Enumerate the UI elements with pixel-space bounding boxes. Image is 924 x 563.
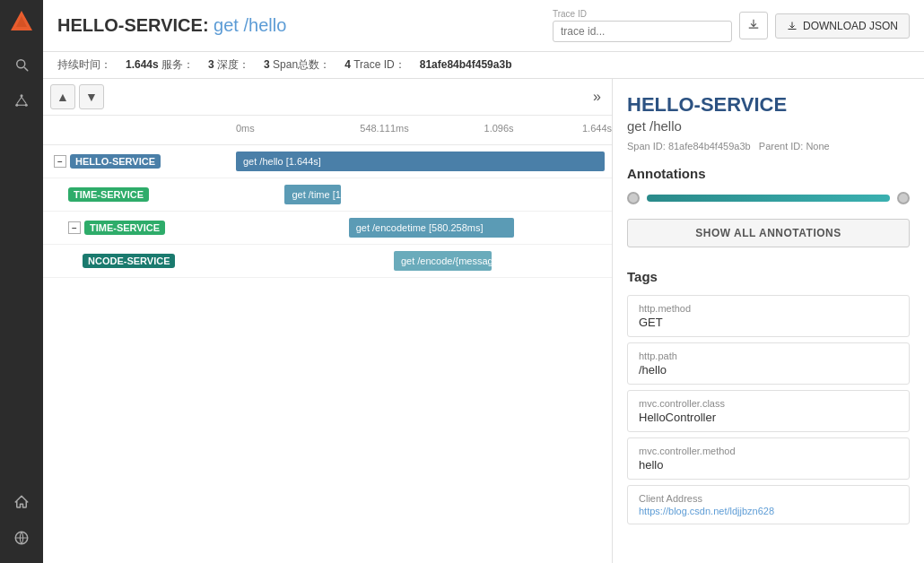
span-bar-time2[interactable]: get /encodetime [580.258ms] <box>349 218 514 238</box>
services-label: 服务： <box>161 58 194 71</box>
services-value: 3 <box>208 58 214 71</box>
search-icon[interactable] <box>7 50 36 79</box>
tag-value-mvc-controller-class: HelloController <box>639 411 898 424</box>
row-label-hello: − HELLO-SERVICE <box>43 151 236 172</box>
depth-label: 深度： <box>217 58 249 71</box>
tag-item-client-address: Client Address https://blog.csdn.net/ldj… <box>627 485 910 524</box>
trace-id-input[interactable] <box>553 21 732 42</box>
annotation-slider <box>627 192 910 204</box>
tag-item-http-path: http.path /hello <box>627 342 910 385</box>
table-row: NCODE-SERVICE get /encode/{message} [215… <box>43 245 612 278</box>
tag-key-mvc-controller-class: mvc.controller.class <box>639 398 898 409</box>
row-bars-encode: get /encode/{message} [215.650ms] <box>236 245 612 277</box>
tick-3: 1.644s <box>582 123 612 134</box>
span-label-hello: get /hello [1.644s] <box>243 156 321 167</box>
trace-value: 81afe84b4f459a3b <box>420 58 512 71</box>
expand-toggle-hello[interactable]: − <box>54 155 66 168</box>
page-title: HELLO-SERVICE: get /hello <box>57 15 286 36</box>
row-bars-hello: get /hello [1.644s] <box>236 145 612 178</box>
topology-icon[interactable] <box>7 86 36 115</box>
svg-point-2 <box>21 94 23 97</box>
sub-header: 持续时间：1.644s 服务：3 深度：3 Span总数：4 Trace ID：… <box>43 52 924 79</box>
tag-value-http-path: /hello <box>639 363 898 377</box>
tick-0: 0ms <box>236 123 255 134</box>
row-label-encode: NCODE-SERVICE <box>43 250 236 272</box>
expand-button[interactable]: » <box>589 85 605 108</box>
header: HELLO-SERVICE: get /hello Trace ID DOWNL… <box>43 0 924 52</box>
spans-value: 4 <box>344 58 351 71</box>
slider-track[interactable] <box>647 195 890 202</box>
detail-path: get /hello <box>627 118 910 134</box>
download-icon-button[interactable] <box>739 12 768 39</box>
detail-service-name: HELLO-SERVICE <box>627 93 910 117</box>
sidebar-bottom <box>7 488 36 563</box>
timeline-header: 0ms 548.111ms 1.096s 1.644s <box>43 116 612 145</box>
service-badge-time1[interactable]: TIME-SERVICE <box>68 187 149 202</box>
service-badge-time2[interactable]: TIME-SERVICE <box>84 221 165 235</box>
home-icon[interactable] <box>7 488 36 516</box>
header-right: Trace ID DOWNLOAD JSON <box>553 9 910 42</box>
row-bars-time1: get /time [104.878ms] <box>236 178 612 211</box>
tags-section: Tags http.method GET http.path /hello mv… <box>627 269 910 524</box>
table-row: − HELLO-SERVICE get /hello [1.644s] <box>43 145 612 178</box>
service-name-label: HELLO-SERVICE: <box>57 15 209 35</box>
timeline-labels-header <box>43 119 236 141</box>
parent-id-value: None <box>806 141 829 152</box>
tag-item-http-method: http.method GET <box>627 295 910 337</box>
span-bar-encode[interactable]: get /encode/{message} [215.650ms] <box>394 251 492 271</box>
nav-down-button[interactable]: ▼ <box>79 84 104 109</box>
tag-value-http-method: GET <box>639 316 898 329</box>
tag-value-client-address: https://blog.csdn.net/ldjjbzn628 <box>639 506 898 516</box>
annotations-title: Annotations <box>627 166 910 181</box>
tag-item-mvc-controller-class: mvc.controller.class HelloController <box>627 390 910 432</box>
download-json-label: DOWNLOAD JSON <box>803 20 898 32</box>
body-split: ▲ ▼ » 0ms 548.111ms 1.096s 1.644s <box>43 79 924 563</box>
tag-key-client-address: Client Address <box>639 493 898 504</box>
parent-id-label: Parent ID: <box>759 141 804 152</box>
timeline-ticks: 0ms 548.111ms 1.096s 1.644s <box>236 119 612 141</box>
depth-value: 3 <box>264 58 270 71</box>
span-id-label: Span ID: <box>627 141 666 152</box>
nav-up-button[interactable]: ▲ <box>50 84 75 109</box>
tag-key-http-path: http.path <box>639 351 898 361</box>
span-id-value: 81afe84b4f459a3b <box>668 141 751 152</box>
duration-value: 1.644s <box>126 58 159 71</box>
tag-item-mvc-controller-method: mvc.controller.method hello <box>627 437 910 480</box>
tag-key-mvc-controller-method: mvc.controller.method <box>639 446 898 456</box>
trace-panel: ▲ ▼ » 0ms 548.111ms 1.096s 1.644s <box>43 79 613 563</box>
table-row: TIME-SERVICE get /time [104.878ms] <box>43 178 612 212</box>
span-label-encode: get /encode/{message} [215.650ms] <box>401 256 492 266</box>
trace-toolbar: ▲ ▼ » <box>43 79 612 116</box>
timeline-container: 0ms 548.111ms 1.096s 1.644s − HELLO-SERV… <box>43 116 612 563</box>
row-bars-time2: get /encodetime [580.258ms] <box>236 212 612 244</box>
path-label: get /hello <box>209 15 287 35</box>
row-label-time2: − TIME-SERVICE <box>43 217 236 238</box>
duration-label: 持续时间： <box>57 58 111 71</box>
main-content: HELLO-SERVICE: get /hello Trace ID DOWNL… <box>43 0 924 563</box>
tags-title: Tags <box>627 269 910 284</box>
expand-toggle-time2[interactable]: − <box>68 221 81 234</box>
trace-id-label: Trace ID <box>553 9 732 19</box>
tag-key-http-method: http.method <box>639 303 898 314</box>
span-bar-time1[interactable]: get /time [104.878ms] <box>284 185 341 204</box>
detail-span-info: Span ID: 81afe84b4f459a3b Parent ID: Non… <box>627 141 910 152</box>
download-json-button[interactable]: DOWNLOAD JSON <box>775 13 910 39</box>
table-row: − TIME-SERVICE get /encodetime [580.258m… <box>43 212 612 245</box>
row-label-time1: TIME-SERVICE <box>43 184 236 205</box>
trace-label: Trace ID： <box>353 58 405 71</box>
sidebar <box>0 0 43 563</box>
detail-panel: HELLO-SERVICE get /hello Span ID: 81afe8… <box>613 79 924 563</box>
show-annotations-button[interactable]: SHOW ALL ANNOTATIONS <box>627 219 910 247</box>
span-bar-hello[interactable]: get /hello [1.644s] <box>236 152 605 171</box>
svg-line-5 <box>17 97 22 104</box>
slider-left-thumb[interactable] <box>627 192 640 204</box>
globe-icon[interactable] <box>7 524 36 552</box>
slider-right-thumb[interactable] <box>897 192 910 204</box>
svg-line-6 <box>22 97 26 104</box>
service-badge-encode[interactable]: NCODE-SERVICE <box>83 254 175 268</box>
spans-label: Span总数： <box>273 58 330 71</box>
tag-value-mvc-controller-method: hello <box>639 458 898 472</box>
logo[interactable] <box>7 7 36 36</box>
span-label-time1: get /time [104.878ms] <box>292 189 341 200</box>
service-badge-hello[interactable]: HELLO-SERVICE <box>70 154 161 169</box>
